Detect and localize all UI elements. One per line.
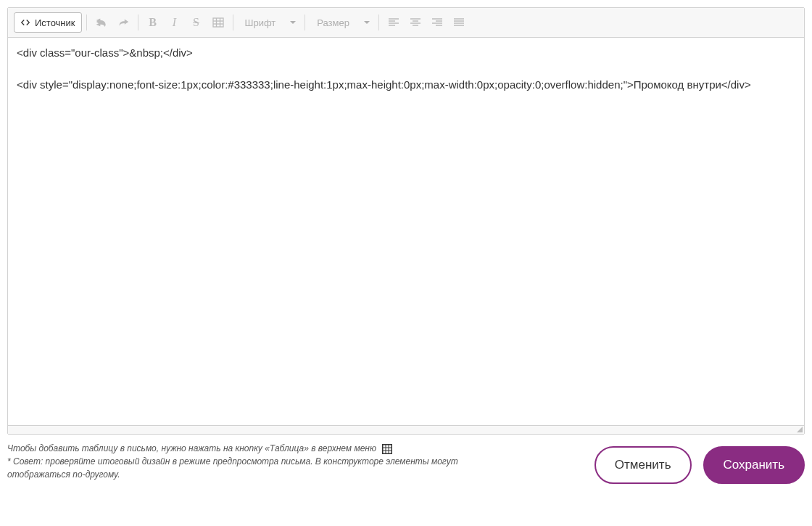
align-center-icon	[410, 17, 421, 28]
align-left-button[interactable]	[384, 12, 404, 33]
action-buttons: Отменить Сохранить	[594, 446, 805, 484]
svg-rect-14	[389, 451, 391, 453]
size-dropdown-label: Размер	[317, 17, 349, 28]
table-icon	[382, 442, 392, 455]
align-right-button[interactable]	[427, 12, 447, 33]
size-dropdown[interactable]: Размер	[310, 12, 374, 33]
align-justify-icon	[453, 17, 465, 28]
toolbar-separator	[233, 15, 233, 30]
italic-icon: I	[173, 16, 176, 29]
source-button[interactable]: Источник	[14, 12, 82, 33]
align-right-icon	[431, 17, 443, 28]
source-button-label: Источник	[35, 17, 75, 28]
font-dropdown-label: Шрифт	[245, 17, 276, 28]
editor-container: Источник B I S Шриф	[7, 7, 805, 435]
svg-rect-11	[389, 448, 391, 450]
redo-icon	[117, 17, 130, 28]
font-dropdown[interactable]: Шрифт	[238, 12, 301, 33]
bold-icon: B	[149, 16, 157, 29]
resize-handle[interactable]	[797, 427, 803, 432]
toolbar-separator	[378, 15, 379, 30]
table-icon	[212, 17, 224, 28]
chevron-down-icon	[364, 21, 370, 24]
source-icon	[20, 17, 30, 28]
bottom-row: Чтобы добавить таблицу в письмо, нужно н…	[7, 442, 805, 484]
chevron-down-icon	[290, 21, 296, 24]
redo-button[interactable]	[113, 12, 133, 33]
table-button[interactable]	[208, 12, 228, 33]
svg-rect-6	[383, 445, 385, 447]
undo-button[interactable]	[91, 12, 112, 33]
align-justify-button[interactable]	[449, 12, 469, 33]
toolbar-separator	[304, 15, 305, 30]
svg-rect-0	[213, 18, 223, 27]
undo-icon	[95, 17, 108, 28]
tip-line-2: * Совет: проверяйте итоговый дизайн в ре…	[7, 455, 486, 481]
editor-footer-bar	[8, 425, 804, 434]
italic-button[interactable]: I	[165, 12, 185, 33]
strike-icon: S	[193, 16, 199, 29]
toolbar-separator	[138, 15, 138, 30]
svg-rect-13	[386, 451, 388, 453]
align-center-button[interactable]	[405, 12, 426, 33]
bold-button[interactable]: B	[143, 12, 163, 33]
tips-block: Чтобы добавить таблицу в письмо, нужно н…	[7, 442, 486, 481]
svg-rect-7	[386, 445, 388, 447]
save-button[interactable]: Сохранить	[703, 446, 805, 484]
svg-rect-12	[383, 451, 385, 453]
svg-rect-9	[383, 448, 385, 450]
align-left-icon	[388, 17, 399, 28]
toolbar-separator	[86, 15, 87, 30]
svg-rect-8	[389, 445, 391, 447]
cancel-button[interactable]: Отменить	[594, 446, 692, 484]
svg-rect-10	[386, 448, 388, 450]
tip-line-1: Чтобы добавить таблицу в письмо, нужно н…	[7, 442, 376, 455]
editor-toolbar: Источник B I S Шриф	[8, 8, 804, 38]
strike-button[interactable]: S	[186, 12, 207, 33]
source-textarea[interactable]	[8, 38, 804, 422]
